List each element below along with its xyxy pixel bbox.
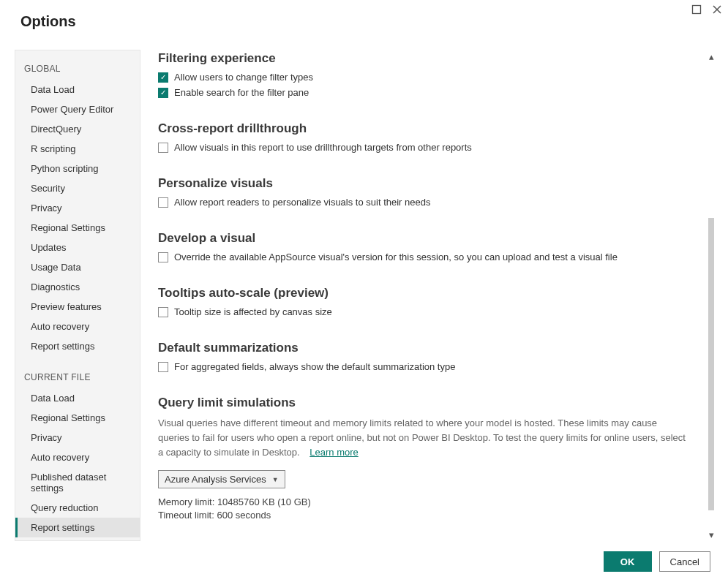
sidebar-item[interactable]: Data Load — [15, 80, 140, 99]
checkbox-personalize-label: Allow report readers to personalize visu… — [174, 197, 430, 208]
sidebar-item[interactable]: Preview features — [15, 297, 140, 317]
sidebar-item[interactable]: Published dataset settings — [15, 467, 140, 498]
learn-more-link[interactable]: Learn more — [309, 447, 358, 458]
scrollbar-thumb[interactable] — [708, 218, 714, 510]
sidebar-header-global: GLOBAL — [15, 58, 140, 80]
sidebar-item[interactable]: Usage Data — [15, 257, 140, 277]
chevron-down-icon: ▼ — [272, 476, 279, 483]
section-defaults-heading: Default summarizations — [158, 341, 690, 355]
sidebar-item[interactable]: DirectQuery — [15, 119, 140, 139]
section-cross-heading: Cross-report drillthrough — [158, 121, 690, 136]
sidebar-item[interactable]: Report settings — [15, 518, 140, 537]
checkbox-filter-search-label: Enable search for the filter pane — [174, 87, 309, 98]
sidebar-item[interactable]: Data Load — [15, 388, 140, 408]
content-scrollbar[interactable]: ▴ ▾ — [705, 50, 718, 541]
checkbox-personalize[interactable] — [158, 197, 168, 208]
query-description: Visual queries have different timeout an… — [158, 416, 690, 460]
checkbox-filter-search[interactable] — [158, 88, 168, 98]
sidebar: GLOBAL Data LoadPower Query EditorDirect… — [15, 50, 140, 541]
checkbox-filter-types-label: Allow users to change filter types — [174, 72, 313, 83]
section-query-heading: Query limit simulations — [158, 396, 690, 410]
section-develop-heading: Develop a visual — [158, 231, 690, 246]
sidebar-item[interactable]: Python scripting — [15, 159, 140, 178]
sidebar-item[interactable]: Report settings — [15, 336, 140, 356]
capacity-dropdown[interactable]: Azure Analysis Services ▼ — [158, 470, 285, 488]
checkbox-cross-drillthrough-label: Allow visuals in this report to use dril… — [174, 142, 472, 153]
sidebar-item[interactable]: Regional Settings — [15, 218, 140, 238]
section-tooltips-heading: Tooltips auto-scale (preview) — [158, 286, 690, 301]
ok-button[interactable]: OK — [604, 551, 652, 572]
sidebar-item[interactable]: Privacy — [15, 428, 140, 447]
checkbox-tooltips[interactable] — [158, 307, 168, 317]
options-dialog: Options GLOBAL Data LoadPower Query Edit… — [0, 0, 728, 582]
checkbox-develop[interactable] — [158, 252, 168, 262]
checkbox-filter-types[interactable] — [158, 72, 168, 83]
timeout-limit-text: Timeout limit: 600 seconds — [158, 510, 690, 521]
sidebar-item[interactable]: Auto recovery — [15, 447, 140, 467]
close-icon[interactable] — [712, 4, 722, 17]
sidebar-item[interactable]: R scripting — [15, 139, 140, 159]
sidebar-item[interactable]: Regional Settings — [15, 408, 140, 428]
scroll-down-arrow[interactable]: ▾ — [705, 528, 718, 541]
cancel-button[interactable]: Cancel — [659, 551, 710, 572]
memory-limit-text: Memory limit: 10485760 KB (10 GB) — [158, 496, 690, 507]
checkbox-develop-label: Override the available AppSource visual'… — [174, 252, 618, 262]
capacity-dropdown-value: Azure Analysis Services — [165, 474, 266, 485]
section-filtering-heading: Filtering experience — [158, 51, 690, 66]
settings-content: Filtering experience Allow users to chan… — [140, 50, 705, 541]
sidebar-item[interactable]: Power Query Editor — [15, 99, 140, 119]
sidebar-item[interactable]: Auto recovery — [15, 317, 140, 336]
sidebar-item[interactable]: Query reduction — [15, 498, 140, 518]
checkbox-cross-drillthrough[interactable] — [158, 143, 168, 153]
sidebar-item[interactable]: Security — [15, 178, 140, 198]
section-personalize-heading: Personalize visuals — [158, 176, 690, 191]
sidebar-item[interactable]: Diagnostics — [15, 277, 140, 297]
sidebar-header-current: CURRENT FILE — [15, 366, 140, 388]
checkbox-defaults[interactable] — [158, 362, 168, 372]
checkbox-defaults-label: For aggregated fields, always show the d… — [174, 361, 455, 372]
sidebar-item[interactable]: Updates — [15, 238, 140, 257]
dialog-title: Options — [20, 13, 76, 30]
maximize-icon[interactable] — [691, 4, 702, 17]
checkbox-tooltips-label: Tooltip size is affected by canvas size — [174, 306, 332, 317]
sidebar-item[interactable]: Privacy — [15, 198, 140, 218]
svg-rect-0 — [693, 6, 701, 14]
